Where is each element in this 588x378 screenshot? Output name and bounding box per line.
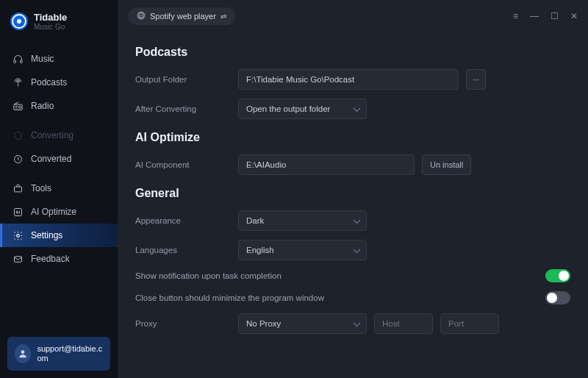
- spotify-icon: [137, 11, 146, 21]
- sidebar-item-converted[interactable]: Converted: [0, 147, 118, 171]
- notification-label: Show notification upon task completion: [135, 271, 545, 280]
- source-label: Spotify web player: [150, 12, 216, 21]
- after-converting-select[interactable]: Open the output folder: [238, 99, 367, 119]
- window-controls: ≡ — ☐ ✕: [513, 11, 578, 21]
- sidebar-item-label: Settings: [31, 230, 62, 240]
- sidebar-item-converting[interactable]: Converting: [0, 124, 118, 147]
- sidebar-item-podcasts[interactable]: Podcasts: [0, 71, 118, 94]
- select-value: English: [246, 246, 274, 254]
- ai-component-input[interactable]: [238, 154, 415, 175]
- svg-rect-12: [14, 256, 21, 262]
- headphones-icon: [12, 53, 24, 65]
- ai-icon: [12, 206, 24, 218]
- support-email: support@tidabie.com: [37, 344, 103, 363]
- sidebar-item-label: AI Optimize: [31, 207, 76, 217]
- sidebar-item-label: Converting: [31, 130, 74, 140]
- languages-label: Languages: [135, 246, 231, 254]
- menu-icon[interactable]: ≡: [513, 11, 518, 21]
- svg-point-1: [17, 19, 21, 24]
- notification-toggle[interactable]: [545, 269, 570, 282]
- svg-point-4: [17, 81, 19, 83]
- appearance-label: Appearance: [135, 216, 231, 225]
- section-title-podcasts: Podcasts: [135, 46, 570, 59]
- select-value: Dark: [246, 216, 264, 225]
- support-card[interactable]: support@tidabie.com: [7, 337, 110, 371]
- sidebar-item-settings[interactable]: Settings: [0, 224, 118, 247]
- brand-name: Tidable: [34, 12, 67, 23]
- nav-library: Music Podcasts Radio: [0, 47, 118, 118]
- sidebar-item-label: Podcasts: [31, 77, 67, 88]
- output-folder-input[interactable]: [238, 69, 459, 90]
- maximize-button[interactable]: ☐: [551, 11, 559, 21]
- avatar-icon: [15, 344, 31, 363]
- sidebar-item-radio[interactable]: Radio: [0, 94, 118, 118]
- svg-rect-2: [13, 60, 15, 63]
- topbar: Spotify web player ⇄ ≡ — ☐ ✕: [118, 0, 588, 29]
- sidebar-item-label: Tools: [31, 183, 51, 193]
- swap-icon: ⇄: [220, 13, 226, 21]
- appearance-select[interactable]: Dark: [238, 210, 367, 231]
- section-title-general: General: [135, 187, 570, 200]
- svg-rect-9: [14, 187, 21, 192]
- output-folder-label: Output Folder: [135, 75, 231, 84]
- ai-component-label: AI Component: [135, 160, 231, 169]
- minimize-button[interactable]: —: [530, 11, 539, 21]
- sidebar-item-label: Radio: [31, 101, 54, 111]
- source-switcher[interactable]: Spotify web player ⇄: [128, 7, 235, 25]
- close-button[interactable]: ✕: [570, 11, 578, 21]
- settings-content: Podcasts Output Folder ··· After Convert…: [118, 29, 588, 378]
- sidebar-item-tools[interactable]: Tools: [0, 176, 118, 200]
- toolbox-icon: [12, 182, 24, 194]
- proxy-label: Proxy: [135, 319, 231, 328]
- proxy-select[interactable]: No Proxy: [238, 313, 367, 334]
- converting-icon: [12, 129, 24, 141]
- radio-icon: [12, 100, 24, 112]
- proxy-host-input[interactable]: [374, 313, 433, 334]
- sidebar: Tidable Music Go Music Podcasts Radio Co…: [0, 0, 118, 378]
- languages-select[interactable]: English: [238, 240, 367, 260]
- close-minimize-label: Close button should minimize the program…: [135, 293, 545, 302]
- nav-tools: Tools AI Optimize Settings Feedback: [0, 176, 118, 271]
- sidebar-item-feedback[interactable]: Feedback: [0, 247, 118, 271]
- sidebar-item-music[interactable]: Music: [0, 47, 118, 71]
- main-panel: Spotify web player ⇄ ≡ — ☐ ✕ Podcasts Ou…: [118, 0, 588, 378]
- svg-point-13: [21, 350, 25, 354]
- brand-subtitle: Music Go: [34, 23, 67, 31]
- after-converting-label: After Converting: [135, 104, 231, 113]
- svg-rect-10: [14, 208, 21, 215]
- uninstall-button[interactable]: Un install: [422, 154, 471, 175]
- close-minimize-toggle[interactable]: [545, 291, 570, 304]
- browse-button[interactable]: ···: [466, 69, 486, 90]
- section-title-ai: AI Optimize: [135, 131, 570, 144]
- sidebar-item-label: Converted: [31, 154, 71, 164]
- brand: Tidable Music Go: [0, 9, 118, 41]
- svg-rect-3: [20, 60, 22, 63]
- proxy-port-input[interactable]: [440, 313, 499, 334]
- clock-icon: [12, 153, 24, 165]
- gear-icon: [12, 229, 24, 241]
- svg-point-6: [18, 106, 21, 108]
- svg-point-11: [16, 234, 19, 237]
- select-value: No Proxy: [246, 319, 281, 328]
- mail-icon: [12, 253, 24, 265]
- svg-point-7: [14, 132, 21, 139]
- select-value: Open the output folder: [246, 104, 330, 113]
- sidebar-item-ai-optimize[interactable]: AI Optimize: [0, 200, 118, 224]
- podcast-icon: [12, 76, 24, 88]
- sidebar-item-label: Music: [31, 54, 54, 64]
- sidebar-item-label: Feedback: [31, 254, 70, 264]
- brand-logo-icon: [10, 13, 28, 30]
- nav-conversion: Converting Converted: [0, 124, 118, 171]
